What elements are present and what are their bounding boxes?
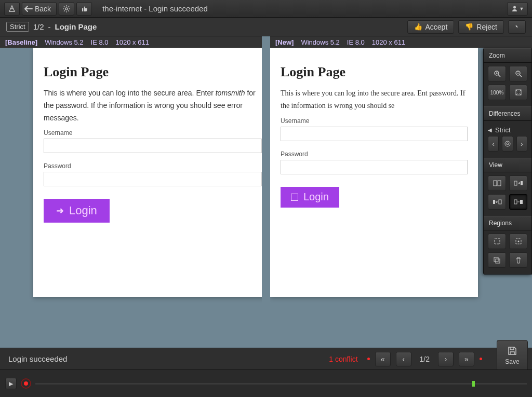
nav-first-button[interactable]: « [375,352,391,366]
password-label: Password [44,162,262,170]
username-label: Username [44,129,262,136]
login-arrow-icon: ➜ [56,205,64,216]
accept-label: Accept [425,23,448,31]
svg-rect-32 [496,259,500,263]
page-title: the-internet - Login succeeded [102,4,208,13]
region-delete-button[interactable] [509,252,527,268]
svg-rect-22 [514,181,517,185]
view-both-button[interactable] [488,175,506,191]
conflict-count: 1 conflict [329,355,357,363]
save-label: Save [505,358,519,365]
svg-rect-27 [520,200,523,204]
svg-rect-21 [498,181,501,186]
login-placeholder-icon [291,194,298,201]
username-field[interactable] [281,127,468,141]
svg-rect-28 [495,239,500,244]
login-button[interactable]: ➜ Login [44,199,110,223]
svg-rect-25 [499,200,501,204]
svg-line-15 [520,75,522,77]
new-header: [New] Windows 5.2 IE 8.0 1020 x 611 [270,36,532,48]
conflict-dot-icon [480,358,482,360]
thumbs-down-icon: 👎 [465,23,473,31]
login-label: Login [69,204,97,217]
timeline-track[interactable] [35,383,527,385]
doc-heading: Login Page [44,64,262,80]
password-field[interactable] [44,172,262,186]
reject-label: Reject [476,23,497,31]
login-label: Login [303,191,329,203]
region-select-button[interactable] [488,234,506,249]
svg-rect-23 [521,181,523,185]
timeline-marker [472,381,475,387]
nav-next-button[interactable]: › [438,352,454,366]
user-menu-button[interactable]: ▼ [507,2,528,16]
pointer-tool-button[interactable] [508,20,526,34]
back-label: Back [35,5,51,13]
thumbs-up-icon[interactable] [76,2,92,16]
baseline-pane[interactable]: Login Page This is where you can log int… [4,48,262,327]
doc-blurb-new: This is where you can log into the secur… [281,87,468,112]
svg-point-18 [505,141,510,146]
save-disk-icon [507,346,517,356]
thumbs-up-icon: 👍 [414,23,422,31]
sub-page-name: Login Page [55,22,97,31]
svg-point-30 [517,241,519,242]
view-swap-left-button[interactable] [488,194,506,210]
zoom-fit-button[interactable] [509,85,527,100]
diff-target-button[interactable] [502,136,513,152]
region-copy-button[interactable] [488,252,506,268]
svg-point-19 [507,143,509,145]
zoom-out-button[interactable] [509,66,527,81]
regions-section-title: Regions [484,216,531,230]
svg-point-9 [513,6,516,9]
svg-rect-24 [493,200,495,204]
page-indicator: 1/2 [417,355,433,363]
doc-heading: Login Page [281,64,468,80]
diff-mode-row[interactable]: ◀Strict [488,124,527,136]
gear-icon[interactable] [59,2,74,16]
diff-prev-button[interactable]: ‹ [488,136,499,152]
username-label: Username [281,117,468,125]
nav-prev-button[interactable]: ‹ [396,352,411,366]
region-float-button[interactable] [509,234,527,249]
diff-next-button[interactable]: › [516,136,527,152]
svg-line-8 [68,6,69,7]
view-overlay-button[interactable] [509,194,527,210]
svg-line-7 [64,10,65,11]
svg-line-11 [498,75,500,77]
doc-blurb: This is where you can log into the secur… [44,87,262,124]
svg-rect-20 [494,181,497,186]
conflict-dot-icon [367,358,370,360]
sub-counter: 1/2 [33,22,44,31]
record-indicator[interactable] [21,378,31,389]
zoom-100-button[interactable]: 100% [488,85,506,100]
nav-last-button[interactable]: » [459,352,474,366]
login-button[interactable]: Login [281,187,339,208]
svg-line-5 [64,6,65,7]
accept-button[interactable]: 👍 Accept [407,20,455,34]
back-button[interactable]: Back [22,2,57,16]
reject-button[interactable]: 👎 Reject [458,20,504,34]
view-section-title: View [484,158,531,172]
password-field[interactable] [281,160,468,174]
username-field[interactable] [44,139,262,153]
sub-sep: - [48,22,50,31]
svg-point-0 [65,7,68,9]
baseline-header: [Baseline] Windows 5.2 IE 8.0 1020 x 611 [0,36,262,48]
play-button[interactable]: ▶ [5,378,17,389]
zoom-in-button[interactable] [488,66,506,81]
svg-rect-31 [494,257,498,262]
status-text: Login succeeded [8,354,67,363]
view-swap-right-button[interactable] [509,175,527,191]
logo-icon[interactable] [4,2,20,16]
svg-line-6 [68,10,69,11]
svg-rect-26 [514,200,517,204]
zoom-section-title: Zoom [484,48,531,63]
password-label: Password [281,150,468,158]
diff-section-title: Differences [484,106,531,121]
strict-chip[interactable]: Strict [6,22,29,32]
save-button[interactable]: Save [497,340,528,371]
toolbox-panel: Zoom 100% Differences ◀Strict ‹ › View [483,48,532,275]
